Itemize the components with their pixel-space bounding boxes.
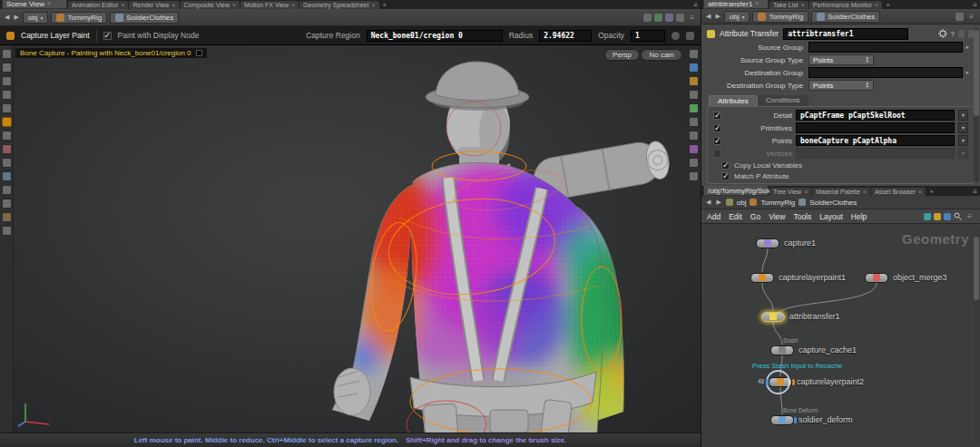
page-icon[interactable] [958,30,965,38]
camera-icon[interactable] [689,49,699,59]
close-icon[interactable]: × [291,2,295,9]
tab-composite-view[interactable]: Composite View× [181,1,240,9]
tab-asset-browser[interactable]: Asset Browser× [871,188,926,196]
match-p-attribute-checkbox[interactable] [721,172,730,180]
close-icon[interactable]: × [804,189,808,196]
tab-geometry-spreadsheet[interactable]: Geometry Spreadsheet× [299,1,378,9]
misc-tool-icon-6[interactable] [2,212,12,222]
shade-icon[interactable] [689,76,699,86]
opacity-input[interactable]: 1 [631,30,665,42]
tab-material-palette[interactable]: Material Palette× [812,188,870,196]
material-icon[interactable] [689,144,699,154]
link-icon[interactable] [654,14,662,22]
paint-with-display-node-checkbox[interactable] [103,32,112,40]
path-rig-button[interactable]: TommyRig [51,12,107,24]
snapshot-icon[interactable] [643,14,652,22]
wireframe-icon[interactable] [689,90,699,100]
stepper-icon[interactable]: ▲▼ [866,82,869,89]
node-capturelayerpaint1[interactable]: capturelayerpaint1 [750,272,846,283]
primitives-checkbox[interactable] [713,124,721,132]
back-icon[interactable]: ◀ [705,13,711,20]
network-canvas[interactable]: Geometry capture1 capturelayerpaint1 [701,224,980,447]
destination-group-input[interactable] [808,67,963,78]
detail-attribs-input[interactable]: pCaptFrame pCaptSkelRoot [796,110,955,121]
misc-tool-icon-1[interactable] [2,144,12,154]
source-group-input[interactable] [808,42,963,53]
path-rig-button[interactable]: TommyRig [752,11,808,23]
tab-take-list[interactable]: Take List× [769,1,808,9]
capture-region-input[interactable]: Neck_bone01/cregion 0 [367,30,503,42]
misc-tool-icon-5[interactable] [2,199,12,209]
new-tab-icon[interactable]: + [883,1,893,9]
node-object_merge3[interactable]: object_merge3 [865,272,947,283]
forward-icon[interactable]: ▶ [714,13,720,20]
vertex-attribs-input[interactable] [796,148,955,159]
node-body[interactable] [769,377,792,387]
source-group-type-select[interactable]: Points▲▼ [808,54,874,65]
menu-edit[interactable]: Edit [729,212,742,221]
translate-tool-icon[interactable] [2,76,12,86]
tab-tree-view[interactable]: Tree View× [769,188,811,196]
point-attribs-input[interactable]: boneCapture pCaptAlpha [796,135,955,146]
lighting-icon[interactable] [689,131,699,141]
tab-performance-monitor[interactable]: Performance Monitor× [809,1,882,9]
menu-help[interactable]: Help [851,212,867,221]
path-root-button[interactable]: obj▾ [724,11,750,23]
node-body[interactable] [770,345,794,355]
misc-tool-icon-7[interactable] [2,226,12,236]
reset-icon[interactable] [671,32,680,40]
pose-tool-icon[interactable] [2,131,12,141]
misc-tool-icon-2[interactable] [2,158,12,168]
detail-checkbox[interactable] [713,112,721,120]
display-mode-icon[interactable] [689,63,699,73]
select-tool-icon[interactable] [2,63,12,73]
menu-view[interactable]: View [769,212,785,221]
node-body[interactable] [750,273,774,283]
rotate-tool-icon[interactable] [2,90,12,100]
chevron-down-icon[interactable]: ▾ [958,110,968,121]
node-capture_cache1[interactable]: Stash capture_cache1 [770,345,857,355]
copy-local-variables-checkbox[interactable] [721,161,730,170]
stepper-icon[interactable]: ▲▼ [866,56,869,63]
vertices-checkbox[interactable] [713,150,721,158]
pane-menu-icon[interactable]: ≡ [687,14,697,22]
tab-attribtransfer1[interactable]: attribtransfer1× [703,0,769,9]
tool-options-icon[interactable] [686,32,694,40]
tab-animation-editor[interactable]: Animation Editor× [68,1,128,9]
pane-menu-icon[interactable]: ≡ [966,13,976,21]
help-icon[interactable]: ? [951,30,955,38]
pane-menu-icon[interactable]: ≡ [965,212,975,220]
shape-palette-icon[interactable] [934,213,941,220]
forward-icon[interactable]: ▶ [13,14,19,21]
chevron-down-icon[interactable]: ▾ [958,122,968,133]
node-name-input[interactable]: attribtransfer1 [783,28,908,40]
scale-tool-icon[interactable] [2,103,12,113]
display-flag[interactable] [792,379,795,385]
tab-network-path[interactable]: /obj/TommyRig/SoldierClothes× [703,186,769,196]
tab-attributes[interactable]: Attributes [709,95,758,106]
node-soldier_deform[interactable]: Bone Deform soldier_deform [770,414,853,425]
pane-menu-icon[interactable]: ≡ [970,188,980,196]
chevron-down-icon[interactable]: ▾ [958,135,968,146]
chevron-right-icon[interactable]: ▸ [963,44,969,51]
snap-icon[interactable] [689,158,699,168]
no-cam-button[interactable]: No cam [641,49,682,61]
pin-icon[interactable] [665,14,673,22]
params-scrollbar[interactable] [974,28,979,182]
back-icon[interactable]: ◀ [4,14,10,21]
normals-icon[interactable] [689,103,699,113]
forward-icon[interactable]: ▶ [715,199,721,206]
tab-conditions[interactable]: Conditions [758,95,808,106]
back-icon[interactable]: ◀ [705,199,711,206]
menu-go[interactable]: Go [750,212,760,221]
close-icon[interactable]: × [875,2,878,9]
grid-snap-icon[interactable] [944,213,951,220]
path-node-button[interactable]: SoldierClothes [811,11,880,23]
crumb-rig[interactable]: TommyRig [760,199,795,207]
menu-layout[interactable]: Layout [819,212,843,221]
menu-tools[interactable]: Tools [793,212,811,221]
menu-add[interactable]: Add [707,212,720,221]
node-body[interactable] [865,273,888,283]
close-icon[interactable]: × [121,2,124,9]
gear-icon[interactable] [938,29,947,38]
